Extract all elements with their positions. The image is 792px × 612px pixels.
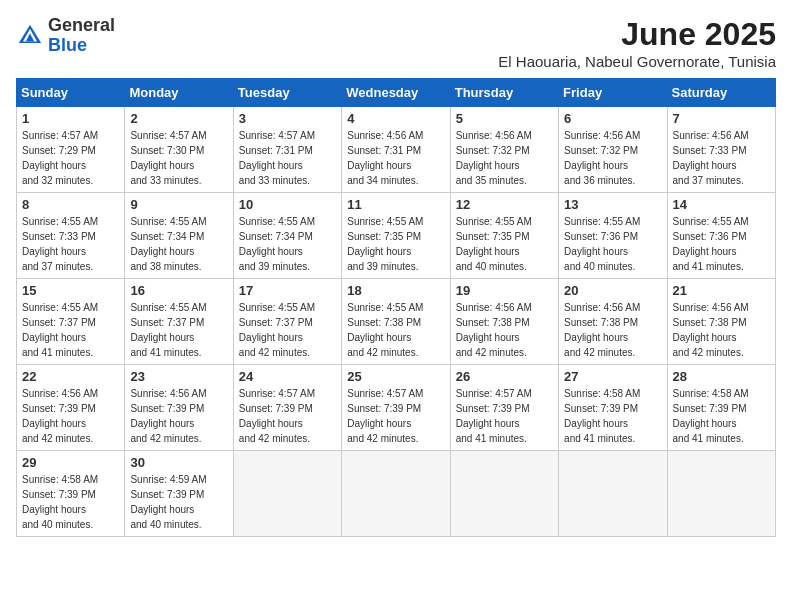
calendar-day-cell: 30 Sunrise: 4:59 AM Sunset: 7:39 PM Dayl… [125, 451, 233, 537]
day-number: 17 [239, 283, 336, 298]
day-number: 11 [347, 197, 444, 212]
calendar-day-cell: 15 Sunrise: 4:55 AM Sunset: 7:37 PM Dayl… [17, 279, 125, 365]
day-number: 3 [239, 111, 336, 126]
day-info: Sunrise: 4:58 AM Sunset: 7:39 PM Dayligh… [22, 472, 119, 532]
calendar-day-cell: 25 Sunrise: 4:57 AM Sunset: 7:39 PM Dayl… [342, 365, 450, 451]
day-info: Sunrise: 4:55 AM Sunset: 7:33 PM Dayligh… [22, 214, 119, 274]
logo-text: General Blue [48, 16, 115, 56]
day-number: 4 [347, 111, 444, 126]
month-title: June 2025 [498, 16, 776, 53]
day-info: Sunrise: 4:56 AM Sunset: 7:38 PM Dayligh… [564, 300, 661, 360]
day-info: Sunrise: 4:56 AM Sunset: 7:32 PM Dayligh… [564, 128, 661, 188]
day-header-thursday: Thursday [450, 79, 558, 107]
day-info: Sunrise: 4:57 AM Sunset: 7:31 PM Dayligh… [239, 128, 336, 188]
calendar-day-cell: 21 Sunrise: 4:56 AM Sunset: 7:38 PM Dayl… [667, 279, 775, 365]
day-info: Sunrise: 4:55 AM Sunset: 7:34 PM Dayligh… [239, 214, 336, 274]
calendar-day-cell [342, 451, 450, 537]
day-number: 12 [456, 197, 553, 212]
calendar-day-cell [233, 451, 341, 537]
calendar-day-cell: 2 Sunrise: 4:57 AM Sunset: 7:30 PM Dayli… [125, 107, 233, 193]
day-info: Sunrise: 4:55 AM Sunset: 7:35 PM Dayligh… [456, 214, 553, 274]
calendar-week-row: 8 Sunrise: 4:55 AM Sunset: 7:33 PM Dayli… [17, 193, 776, 279]
logo: General Blue [16, 16, 115, 56]
calendar-day-cell: 4 Sunrise: 4:56 AM Sunset: 7:31 PM Dayli… [342, 107, 450, 193]
calendar-header-row: SundayMondayTuesdayWednesdayThursdayFrid… [17, 79, 776, 107]
day-info: Sunrise: 4:56 AM Sunset: 7:32 PM Dayligh… [456, 128, 553, 188]
day-number: 18 [347, 283, 444, 298]
calendar-day-cell: 24 Sunrise: 4:57 AM Sunset: 7:39 PM Dayl… [233, 365, 341, 451]
day-info: Sunrise: 4:55 AM Sunset: 7:37 PM Dayligh… [22, 300, 119, 360]
day-number: 1 [22, 111, 119, 126]
calendar-day-cell: 5 Sunrise: 4:56 AM Sunset: 7:32 PM Dayli… [450, 107, 558, 193]
day-number: 13 [564, 197, 661, 212]
day-info: Sunrise: 4:55 AM Sunset: 7:37 PM Dayligh… [239, 300, 336, 360]
day-info: Sunrise: 4:55 AM Sunset: 7:36 PM Dayligh… [673, 214, 770, 274]
day-info: Sunrise: 4:56 AM Sunset: 7:38 PM Dayligh… [456, 300, 553, 360]
day-number: 30 [130, 455, 227, 470]
header: General Blue June 2025 El Haouaria, Nabe… [16, 16, 776, 70]
day-number: 25 [347, 369, 444, 384]
calendar-day-cell [667, 451, 775, 537]
day-info: Sunrise: 4:58 AM Sunset: 7:39 PM Dayligh… [673, 386, 770, 446]
day-number: 23 [130, 369, 227, 384]
location-title: El Haouaria, Nabeul Governorate, Tunisia [498, 53, 776, 70]
day-number: 29 [22, 455, 119, 470]
calendar-day-cell: 11 Sunrise: 4:55 AM Sunset: 7:35 PM Dayl… [342, 193, 450, 279]
day-number: 26 [456, 369, 553, 384]
calendar-day-cell: 7 Sunrise: 4:56 AM Sunset: 7:33 PM Dayli… [667, 107, 775, 193]
day-info: Sunrise: 4:56 AM Sunset: 7:31 PM Dayligh… [347, 128, 444, 188]
calendar-day-cell: 3 Sunrise: 4:57 AM Sunset: 7:31 PM Dayli… [233, 107, 341, 193]
day-number: 10 [239, 197, 336, 212]
calendar-day-cell: 18 Sunrise: 4:55 AM Sunset: 7:38 PM Dayl… [342, 279, 450, 365]
day-info: Sunrise: 4:55 AM Sunset: 7:35 PM Dayligh… [347, 214, 444, 274]
day-info: Sunrise: 4:56 AM Sunset: 7:39 PM Dayligh… [130, 386, 227, 446]
day-info: Sunrise: 4:55 AM Sunset: 7:36 PM Dayligh… [564, 214, 661, 274]
day-info: Sunrise: 4:57 AM Sunset: 7:39 PM Dayligh… [456, 386, 553, 446]
day-info: Sunrise: 4:55 AM Sunset: 7:34 PM Dayligh… [130, 214, 227, 274]
day-number: 5 [456, 111, 553, 126]
calendar-day-cell: 27 Sunrise: 4:58 AM Sunset: 7:39 PM Dayl… [559, 365, 667, 451]
day-number: 7 [673, 111, 770, 126]
calendar-day-cell [559, 451, 667, 537]
logo-icon [16, 22, 44, 50]
day-info: Sunrise: 4:57 AM Sunset: 7:39 PM Dayligh… [347, 386, 444, 446]
calendar-day-cell: 23 Sunrise: 4:56 AM Sunset: 7:39 PM Dayl… [125, 365, 233, 451]
day-info: Sunrise: 4:57 AM Sunset: 7:30 PM Dayligh… [130, 128, 227, 188]
calendar-week-row: 15 Sunrise: 4:55 AM Sunset: 7:37 PM Dayl… [17, 279, 776, 365]
calendar-day-cell: 9 Sunrise: 4:55 AM Sunset: 7:34 PM Dayli… [125, 193, 233, 279]
day-info: Sunrise: 4:55 AM Sunset: 7:38 PM Dayligh… [347, 300, 444, 360]
day-number: 24 [239, 369, 336, 384]
calendar-day-cell: 22 Sunrise: 4:56 AM Sunset: 7:39 PM Dayl… [17, 365, 125, 451]
calendar-day-cell: 16 Sunrise: 4:55 AM Sunset: 7:37 PM Dayl… [125, 279, 233, 365]
day-number: 27 [564, 369, 661, 384]
calendar-day-cell: 12 Sunrise: 4:55 AM Sunset: 7:35 PM Dayl… [450, 193, 558, 279]
calendar-day-cell: 8 Sunrise: 4:55 AM Sunset: 7:33 PM Dayli… [17, 193, 125, 279]
day-info: Sunrise: 4:56 AM Sunset: 7:33 PM Dayligh… [673, 128, 770, 188]
day-info: Sunrise: 4:57 AM Sunset: 7:39 PM Dayligh… [239, 386, 336, 446]
day-number: 20 [564, 283, 661, 298]
calendar-day-cell: 6 Sunrise: 4:56 AM Sunset: 7:32 PM Dayli… [559, 107, 667, 193]
day-number: 14 [673, 197, 770, 212]
day-header-friday: Friday [559, 79, 667, 107]
day-number: 16 [130, 283, 227, 298]
calendar-table: SundayMondayTuesdayWednesdayThursdayFrid… [16, 78, 776, 537]
calendar-day-cell: 29 Sunrise: 4:58 AM Sunset: 7:39 PM Dayl… [17, 451, 125, 537]
day-number: 2 [130, 111, 227, 126]
day-header-wednesday: Wednesday [342, 79, 450, 107]
calendar-day-cell: 20 Sunrise: 4:56 AM Sunset: 7:38 PM Dayl… [559, 279, 667, 365]
calendar-day-cell: 10 Sunrise: 4:55 AM Sunset: 7:34 PM Dayl… [233, 193, 341, 279]
day-header-sunday: Sunday [17, 79, 125, 107]
day-header-tuesday: Tuesday [233, 79, 341, 107]
day-number: 21 [673, 283, 770, 298]
day-number: 6 [564, 111, 661, 126]
day-number: 22 [22, 369, 119, 384]
day-header-saturday: Saturday [667, 79, 775, 107]
day-number: 28 [673, 369, 770, 384]
calendar-body: 1 Sunrise: 4:57 AM Sunset: 7:29 PM Dayli… [17, 107, 776, 537]
day-number: 9 [130, 197, 227, 212]
day-header-monday: Monday [125, 79, 233, 107]
calendar-day-cell: 14 Sunrise: 4:55 AM Sunset: 7:36 PM Dayl… [667, 193, 775, 279]
day-info: Sunrise: 4:57 AM Sunset: 7:29 PM Dayligh… [22, 128, 119, 188]
day-info: Sunrise: 4:59 AM Sunset: 7:39 PM Dayligh… [130, 472, 227, 532]
day-number: 19 [456, 283, 553, 298]
